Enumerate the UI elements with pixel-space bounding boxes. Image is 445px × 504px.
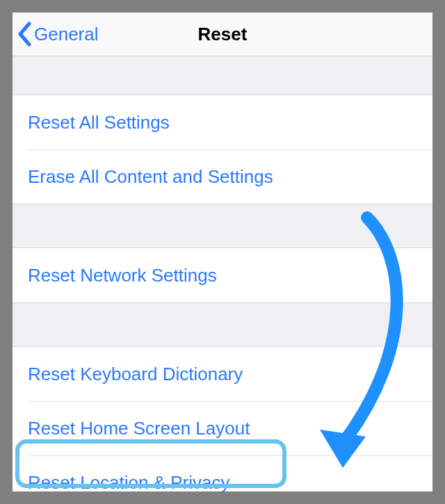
chevron-left-icon: [17, 22, 33, 47]
row-label: Reset Home Screen Layout: [28, 418, 250, 439]
settings-group-1: Reset All Settings Erase All Content and…: [13, 95, 432, 204]
row-label: Erase All Content and Settings: [28, 166, 273, 188]
row-label: Reset All Settings: [28, 112, 170, 133]
reset-keyboard-dictionary-row[interactable]: Reset Keyboard Dictionary: [13, 347, 432, 401]
navbar: General Reset: [13, 13, 432, 56]
erase-all-content-row[interactable]: Erase All Content and Settings: [13, 149, 432, 204]
section-spacer: [13, 56, 432, 95]
section-spacer: [13, 204, 432, 247]
back-button[interactable]: General: [13, 22, 99, 47]
reset-all-settings-row[interactable]: Reset All Settings: [13, 95, 432, 149]
settings-screen: General Reset Reset All Settings Erase A…: [13, 13, 432, 491]
reset-network-settings-row[interactable]: Reset Network Settings: [13, 248, 432, 302]
row-label: Reset Keyboard Dictionary: [28, 364, 243, 385]
section-spacer: [13, 303, 432, 346]
settings-group-2: Reset Network Settings: [13, 247, 432, 303]
highlight-box: [15, 439, 286, 488]
back-label: General: [34, 24, 99, 45]
row-label: Reset Network Settings: [28, 265, 217, 286]
